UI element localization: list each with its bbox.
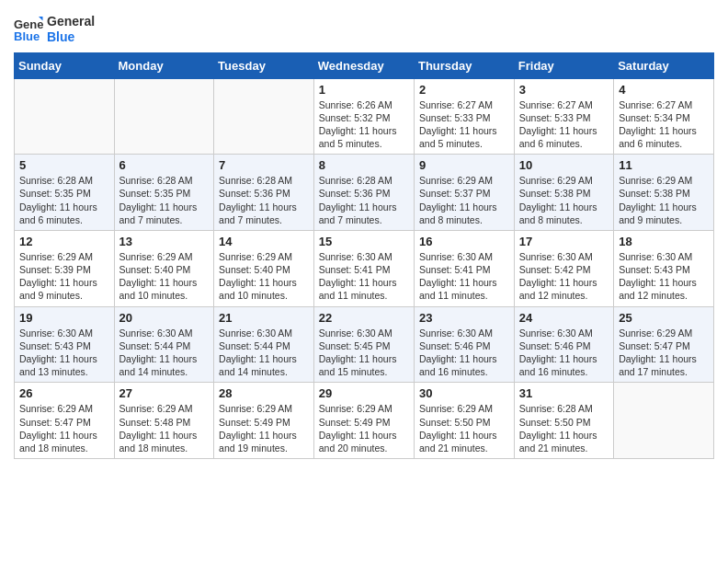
cell-details: Sunrise: 6:30 AM Sunset: 5:46 PM Dayligh…	[419, 327, 509, 379]
calendar-cell: 14Sunrise: 6:29 AM Sunset: 5:40 PM Dayli…	[214, 230, 314, 306]
header-sunday: Sunday	[15, 52, 115, 78]
calendar-cell	[15, 78, 115, 155]
cell-details: Sunrise: 6:30 AM Sunset: 5:41 PM Dayligh…	[419, 250, 509, 303]
day-number: 17	[519, 235, 609, 248]
day-number: 16	[419, 235, 509, 248]
day-number: 6	[119, 158, 210, 172]
calendar-cell: 29Sunrise: 6:29 AM Sunset: 5:49 PM Dayli…	[313, 383, 414, 459]
calendar-week-row: 5Sunrise: 6:28 AM Sunset: 5:35 PM Daylig…	[15, 155, 714, 231]
cell-details: Sunrise: 6:30 AM Sunset: 5:45 PM Dayligh…	[319, 327, 409, 379]
calendar-cell: 5Sunrise: 6:28 AM Sunset: 5:35 PM Daylig…	[15, 155, 115, 231]
calendar-cell: 20Sunrise: 6:30 AM Sunset: 5:44 PM Dayli…	[114, 306, 214, 383]
header-friday: Friday	[514, 52, 613, 78]
cell-details: Sunrise: 6:30 AM Sunset: 5:44 PM Dayligh…	[119, 327, 210, 379]
cell-details: Sunrise: 6:28 AM Sunset: 5:35 PM Dayligh…	[119, 174, 210, 226]
day-number: 18	[619, 235, 709, 248]
day-number: 30	[419, 386, 509, 400]
day-number: 20	[119, 311, 210, 325]
calendar-table: SundayMondayTuesdayWednesdayThursdayFrid…	[14, 52, 714, 459]
calendar-cell: 24Sunrise: 6:30 AM Sunset: 5:46 PM Dayli…	[514, 306, 613, 383]
calendar-cell: 26Sunrise: 6:29 AM Sunset: 5:47 PM Dayli…	[15, 383, 115, 459]
cell-details: Sunrise: 6:27 AM Sunset: 5:33 PM Dayligh…	[519, 98, 609, 151]
calendar-cell: 4Sunrise: 6:27 AM Sunset: 5:34 PM Daylig…	[614, 78, 714, 155]
svg-text:Blue: Blue	[14, 29, 40, 42]
calendar-cell: 12Sunrise: 6:29 AM Sunset: 5:39 PM Dayli…	[15, 230, 115, 306]
day-number: 9	[419, 158, 509, 172]
cell-details: Sunrise: 6:30 AM Sunset: 5:46 PM Dayligh…	[519, 327, 609, 379]
calendar-cell	[114, 78, 214, 155]
day-number: 27	[119, 386, 210, 400]
calendar-week-row: 19Sunrise: 6:30 AM Sunset: 5:43 PM Dayli…	[15, 306, 714, 383]
day-number: 2	[419, 83, 509, 97]
calendar-cell: 11Sunrise: 6:29 AM Sunset: 5:38 PM Dayli…	[614, 155, 714, 231]
day-number: 19	[19, 311, 109, 325]
header-saturday: Saturday	[614, 52, 714, 78]
header-wednesday: Wednesday	[313, 52, 414, 78]
day-number: 24	[519, 311, 609, 325]
calendar-cell: 18Sunrise: 6:30 AM Sunset: 5:43 PM Dayli…	[614, 230, 714, 306]
calendar-cell: 17Sunrise: 6:30 AM Sunset: 5:42 PM Dayli…	[514, 230, 613, 306]
cell-details: Sunrise: 6:30 AM Sunset: 5:44 PM Dayligh…	[219, 327, 309, 379]
day-number: 3	[519, 83, 609, 97]
calendar-cell: 13Sunrise: 6:29 AM Sunset: 5:40 PM Dayli…	[114, 230, 214, 306]
cell-details: Sunrise: 6:27 AM Sunset: 5:33 PM Dayligh…	[419, 98, 509, 151]
day-number: 13	[119, 235, 210, 248]
calendar-cell: 10Sunrise: 6:29 AM Sunset: 5:38 PM Dayli…	[514, 155, 613, 231]
calendar-cell: 27Sunrise: 6:29 AM Sunset: 5:48 PM Dayli…	[114, 383, 214, 459]
calendar-cell	[214, 78, 314, 155]
header-tuesday: Tuesday	[214, 52, 314, 78]
calendar-cell: 23Sunrise: 6:30 AM Sunset: 5:46 PM Dayli…	[414, 306, 514, 383]
calendar-cell: 3Sunrise: 6:27 AM Sunset: 5:33 PM Daylig…	[514, 78, 613, 155]
cell-details: Sunrise: 6:29 AM Sunset: 5:49 PM Dayligh…	[219, 402, 309, 454]
cell-details: Sunrise: 6:30 AM Sunset: 5:43 PM Dayligh…	[619, 250, 709, 303]
calendar-cell: 16Sunrise: 6:30 AM Sunset: 5:41 PM Dayli…	[414, 230, 514, 306]
cell-details: Sunrise: 6:30 AM Sunset: 5:41 PM Dayligh…	[319, 250, 409, 303]
day-number: 15	[319, 235, 409, 248]
day-number: 1	[319, 83, 409, 97]
cell-details: Sunrise: 6:29 AM Sunset: 5:40 PM Dayligh…	[119, 250, 210, 303]
calendar-cell: 7Sunrise: 6:28 AM Sunset: 5:36 PM Daylig…	[214, 155, 314, 231]
calendar-cell: 2Sunrise: 6:27 AM Sunset: 5:33 PM Daylig…	[414, 78, 514, 155]
cell-details: Sunrise: 6:26 AM Sunset: 5:32 PM Dayligh…	[319, 98, 409, 151]
calendar-cell: 28Sunrise: 6:29 AM Sunset: 5:49 PM Dayli…	[214, 383, 314, 459]
day-number: 7	[219, 158, 309, 172]
cell-details: Sunrise: 6:30 AM Sunset: 5:43 PM Dayligh…	[19, 327, 109, 379]
cell-details: Sunrise: 6:28 AM Sunset: 5:50 PM Dayligh…	[519, 402, 609, 454]
cell-details: Sunrise: 6:29 AM Sunset: 5:37 PM Dayligh…	[419, 174, 509, 226]
calendar-week-row: 26Sunrise: 6:29 AM Sunset: 5:47 PM Dayli…	[15, 383, 714, 459]
cell-details: Sunrise: 6:28 AM Sunset: 5:36 PM Dayligh…	[219, 174, 309, 226]
logo-general: General	[47, 14, 95, 29]
header-monday: Monday	[114, 52, 214, 78]
calendar-header-row: SundayMondayTuesdayWednesdayThursdayFrid…	[15, 52, 714, 78]
cell-details: Sunrise: 6:29 AM Sunset: 5:48 PM Dayligh…	[119, 402, 210, 454]
logo-blue: Blue	[47, 29, 95, 45]
header-thursday: Thursday	[414, 52, 514, 78]
calendar-cell: 9Sunrise: 6:29 AM Sunset: 5:37 PM Daylig…	[414, 155, 514, 231]
cell-details: Sunrise: 6:28 AM Sunset: 5:35 PM Dayligh…	[19, 174, 109, 226]
calendar-cell: 19Sunrise: 6:30 AM Sunset: 5:43 PM Dayli…	[15, 306, 115, 383]
cell-details: Sunrise: 6:28 AM Sunset: 5:36 PM Dayligh…	[319, 174, 409, 226]
calendar-cell: 21Sunrise: 6:30 AM Sunset: 5:44 PM Dayli…	[214, 306, 314, 383]
cell-details: Sunrise: 6:27 AM Sunset: 5:34 PM Dayligh…	[619, 98, 709, 151]
calendar-week-row: 1Sunrise: 6:26 AM Sunset: 5:32 PM Daylig…	[15, 78, 714, 155]
logo-icon: General Blue	[14, 17, 43, 42]
calendar-cell: 1Sunrise: 6:26 AM Sunset: 5:32 PM Daylig…	[313, 78, 414, 155]
calendar-cell: 22Sunrise: 6:30 AM Sunset: 5:45 PM Dayli…	[313, 306, 414, 383]
calendar-cell: 15Sunrise: 6:30 AM Sunset: 5:41 PM Dayli…	[313, 230, 414, 306]
cell-details: Sunrise: 6:29 AM Sunset: 5:39 PM Dayligh…	[19, 250, 109, 303]
calendar-cell: 8Sunrise: 6:28 AM Sunset: 5:36 PM Daylig…	[313, 155, 414, 231]
cell-details: Sunrise: 6:29 AM Sunset: 5:50 PM Dayligh…	[419, 402, 509, 454]
day-number: 4	[619, 83, 709, 97]
page-header: General Blue General Blue	[14, 9, 714, 45]
cell-details: Sunrise: 6:29 AM Sunset: 5:40 PM Dayligh…	[219, 250, 309, 303]
cell-details: Sunrise: 6:29 AM Sunset: 5:47 PM Dayligh…	[619, 327, 709, 379]
calendar-cell: 25Sunrise: 6:29 AM Sunset: 5:47 PM Dayli…	[614, 306, 714, 383]
day-number: 23	[419, 311, 509, 325]
day-number: 25	[619, 311, 709, 325]
day-number: 10	[519, 158, 609, 172]
day-number: 12	[19, 235, 109, 248]
cell-details: Sunrise: 6:29 AM Sunset: 5:49 PM Dayligh…	[319, 402, 409, 454]
calendar-cell	[614, 383, 714, 459]
calendar-cell: 6Sunrise: 6:28 AM Sunset: 5:35 PM Daylig…	[114, 155, 214, 231]
cell-details: Sunrise: 6:29 AM Sunset: 5:38 PM Dayligh…	[519, 174, 609, 226]
